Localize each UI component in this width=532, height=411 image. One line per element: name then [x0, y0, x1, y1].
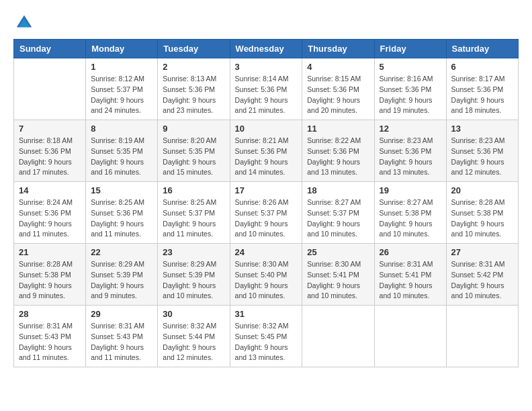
- day-info: Sunrise: 8:23 AMSunset: 5:36 PMDaylight:…: [451, 136, 513, 178]
- day-info: Sunrise: 8:27 AMSunset: 5:38 PMDaylight:…: [380, 197, 441, 240]
- day-info: Sunrise: 8:14 AMSunset: 5:36 PMDaylight:…: [235, 74, 298, 116]
- day-info: Sunrise: 8:25 AMSunset: 5:36 PMDaylight:…: [91, 197, 152, 240]
- day-number: 7: [19, 124, 81, 134]
- weekday-header: Sunday: [14, 40, 86, 58]
- calendar-cell: 8 Sunrise: 8:19 AMSunset: 5:35 PMDayligh…: [86, 120, 158, 182]
- day-number: 19: [380, 185, 441, 195]
- day-info: Sunrise: 8:30 AMSunset: 5:41 PMDaylight:…: [307, 259, 369, 302]
- day-number: 20: [451, 185, 513, 195]
- day-info: Sunrise: 8:17 AMSunset: 5:36 PMDaylight:…: [451, 74, 513, 116]
- calendar-cell: 16 Sunrise: 8:25 AMSunset: 5:37 PMDaylig…: [158, 182, 230, 244]
- day-number: 26: [380, 247, 441, 257]
- calendar-cell: [446, 306, 518, 367]
- day-info: Sunrise: 8:29 AMSunset: 5:39 PMDaylight:…: [91, 259, 152, 302]
- calendar-cell: 3 Sunrise: 8:14 AMSunset: 5:36 PMDayligh…: [230, 58, 302, 120]
- calendar-cell: 31 Sunrise: 8:32 AMSunset: 5:45 PMDaylig…: [230, 306, 302, 367]
- day-number: 5: [380, 62, 441, 72]
- calendar-cell: 5 Sunrise: 8:16 AMSunset: 5:36 PMDayligh…: [374, 58, 446, 120]
- day-number: 12: [380, 124, 441, 134]
- day-info: Sunrise: 8:24 AMSunset: 5:36 PMDaylight:…: [19, 197, 81, 240]
- day-info: Sunrise: 8:27 AMSunset: 5:37 PMDaylight:…: [307, 197, 369, 240]
- calendar-table: SundayMondayTuesdayWednesdayThursdayFrid…: [13, 39, 519, 367]
- weekday-header: Saturday: [446, 40, 518, 58]
- weekday-header: Monday: [86, 40, 158, 58]
- day-number: 4: [307, 62, 369, 72]
- day-info: Sunrise: 8:31 AMSunset: 5:43 PMDaylight:…: [91, 321, 152, 363]
- day-number: 9: [163, 124, 224, 134]
- day-number: 23: [163, 247, 224, 257]
- day-number: 31: [235, 309, 298, 319]
- calendar-cell: 14 Sunrise: 8:24 AMSunset: 5:36 PMDaylig…: [14, 182, 86, 244]
- page-header: [13, 13, 519, 32]
- day-number: 22: [91, 247, 152, 257]
- day-info: Sunrise: 8:12 AMSunset: 5:37 PMDaylight:…: [91, 74, 152, 116]
- calendar-cell: 24 Sunrise: 8:30 AMSunset: 5:40 PMDaylig…: [230, 244, 302, 306]
- calendar-cell: 12 Sunrise: 8:23 AMSunset: 5:36 PMDaylig…: [374, 120, 446, 182]
- calendar-cell: 17 Sunrise: 8:26 AMSunset: 5:37 PMDaylig…: [230, 182, 302, 244]
- day-info: Sunrise: 8:15 AMSunset: 5:36 PMDaylight:…: [307, 74, 369, 116]
- day-number: 17: [235, 185, 298, 195]
- calendar-cell: 21 Sunrise: 8:28 AMSunset: 5:38 PMDaylig…: [14, 244, 86, 306]
- calendar-cell: 25 Sunrise: 8:30 AMSunset: 5:41 PMDaylig…: [302, 244, 374, 306]
- day-number: 3: [235, 62, 298, 72]
- day-info: Sunrise: 8:31 AMSunset: 5:43 PMDaylight:…: [19, 321, 81, 363]
- day-info: Sunrise: 8:26 AMSunset: 5:37 PMDaylight:…: [235, 197, 298, 240]
- day-number: 29: [91, 309, 152, 319]
- calendar-cell: 22 Sunrise: 8:29 AMSunset: 5:39 PMDaylig…: [86, 244, 158, 306]
- calendar-cell: 23 Sunrise: 8:29 AMSunset: 5:39 PMDaylig…: [158, 244, 230, 306]
- calendar-cell: 2 Sunrise: 8:13 AMSunset: 5:36 PMDayligh…: [158, 58, 230, 120]
- day-info: Sunrise: 8:21 AMSunset: 5:36 PMDaylight:…: [235, 136, 298, 178]
- day-number: 16: [163, 185, 224, 195]
- calendar-cell: 9 Sunrise: 8:20 AMSunset: 5:35 PMDayligh…: [158, 120, 230, 182]
- calendar-cell: [14, 58, 86, 120]
- day-info: Sunrise: 8:22 AMSunset: 5:36 PMDaylight:…: [307, 136, 369, 178]
- day-info: Sunrise: 8:29 AMSunset: 5:39 PMDaylight:…: [163, 259, 224, 302]
- day-number: 27: [451, 247, 513, 257]
- day-number: 24: [235, 247, 298, 257]
- calendar-cell: 11 Sunrise: 8:22 AMSunset: 5:36 PMDaylig…: [302, 120, 374, 182]
- calendar-cell: 18 Sunrise: 8:27 AMSunset: 5:37 PMDaylig…: [302, 182, 374, 244]
- logo-icon: [15, 13, 34, 32]
- weekday-header: Thursday: [302, 40, 374, 58]
- day-info: Sunrise: 8:25 AMSunset: 5:37 PMDaylight:…: [163, 197, 224, 240]
- calendar-cell: 28 Sunrise: 8:31 AMSunset: 5:43 PMDaylig…: [14, 306, 86, 367]
- day-number: 6: [451, 62, 513, 72]
- day-number: 28: [19, 309, 81, 319]
- calendar-cell: 4 Sunrise: 8:15 AMSunset: 5:36 PMDayligh…: [302, 58, 374, 120]
- calendar-cell: 1 Sunrise: 8:12 AMSunset: 5:37 PMDayligh…: [86, 58, 158, 120]
- calendar-cell: 10 Sunrise: 8:21 AMSunset: 5:36 PMDaylig…: [230, 120, 302, 182]
- calendar-cell: [374, 306, 446, 367]
- day-number: 15: [91, 185, 152, 195]
- day-info: Sunrise: 8:18 AMSunset: 5:36 PMDaylight:…: [19, 136, 81, 178]
- day-number: 25: [307, 247, 369, 257]
- calendar-cell: 29 Sunrise: 8:31 AMSunset: 5:43 PMDaylig…: [86, 306, 158, 367]
- day-number: 8: [91, 124, 152, 134]
- calendar-cell: 7 Sunrise: 8:18 AMSunset: 5:36 PMDayligh…: [14, 120, 86, 182]
- day-info: Sunrise: 8:28 AMSunset: 5:38 PMDaylight:…: [451, 197, 513, 240]
- day-info: Sunrise: 8:19 AMSunset: 5:35 PMDaylight:…: [91, 136, 152, 178]
- calendar-cell: 27 Sunrise: 8:31 AMSunset: 5:42 PMDaylig…: [446, 244, 518, 306]
- day-info: Sunrise: 8:32 AMSunset: 5:45 PMDaylight:…: [235, 321, 298, 363]
- calendar-cell: 13 Sunrise: 8:23 AMSunset: 5:36 PMDaylig…: [446, 120, 518, 182]
- calendar-cell: 6 Sunrise: 8:17 AMSunset: 5:36 PMDayligh…: [446, 58, 518, 120]
- day-info: Sunrise: 8:20 AMSunset: 5:35 PMDaylight:…: [163, 136, 224, 178]
- day-number: 1: [91, 62, 152, 72]
- day-info: Sunrise: 8:31 AMSunset: 5:42 PMDaylight:…: [451, 259, 513, 302]
- calendar-cell: 26 Sunrise: 8:31 AMSunset: 5:41 PMDaylig…: [374, 244, 446, 306]
- weekday-header: Tuesday: [158, 40, 230, 58]
- day-number: 2: [163, 62, 224, 72]
- logo: [13, 13, 34, 32]
- calendar-cell: [302, 306, 374, 367]
- day-info: Sunrise: 8:13 AMSunset: 5:36 PMDaylight:…: [163, 74, 224, 116]
- day-info: Sunrise: 8:31 AMSunset: 5:41 PMDaylight:…: [380, 259, 441, 302]
- calendar-cell: 20 Sunrise: 8:28 AMSunset: 5:38 PMDaylig…: [446, 182, 518, 244]
- day-number: 21: [19, 247, 81, 257]
- day-number: 13: [451, 124, 513, 134]
- calendar-cell: 15 Sunrise: 8:25 AMSunset: 5:36 PMDaylig…: [86, 182, 158, 244]
- calendar-cell: 30 Sunrise: 8:32 AMSunset: 5:44 PMDaylig…: [158, 306, 230, 367]
- day-number: 10: [235, 124, 298, 134]
- day-number: 30: [163, 309, 224, 319]
- calendar-cell: 19 Sunrise: 8:27 AMSunset: 5:38 PMDaylig…: [374, 182, 446, 244]
- weekday-header: Friday: [374, 40, 446, 58]
- day-info: Sunrise: 8:16 AMSunset: 5:36 PMDaylight:…: [380, 74, 441, 116]
